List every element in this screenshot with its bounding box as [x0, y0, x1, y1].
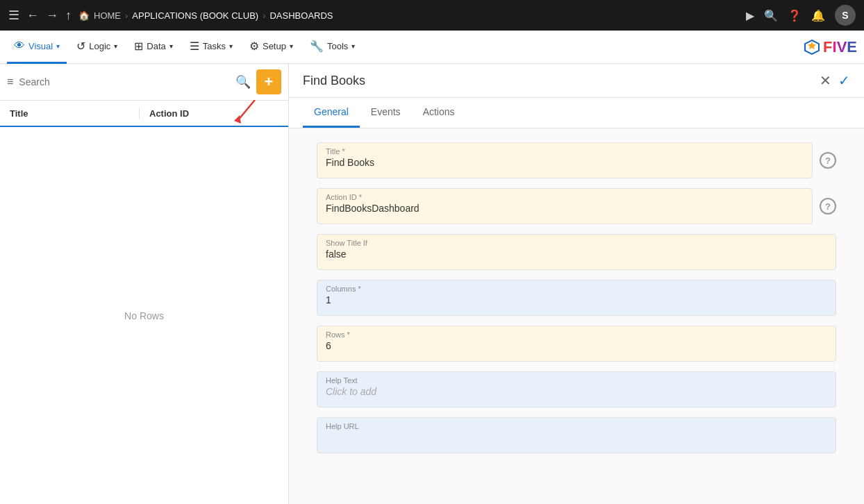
action-id-field-group: Action ID * FindBooksDashboard ?: [317, 188, 836, 224]
tools-icon: 🔧: [310, 40, 324, 53]
setup-icon: ⚙: [249, 40, 259, 53]
search-icon[interactable]: 🔍: [235, 74, 251, 90]
forward-icon[interactable]: →: [46, 8, 58, 23]
svg-marker-3: [234, 115, 241, 124]
action-id-value: FindBooksDashboard: [326, 203, 804, 214]
rows-value: 6: [326, 340, 827, 351]
menu-item-visual[interactable]: 👁 Visual ▾: [7, 31, 67, 64]
menu-label-data: Data: [147, 41, 165, 51]
show-title-if-label: Show Title If: [326, 239, 827, 247]
columns-label: Columns *: [326, 285, 827, 293]
help-text-value: Click to add: [326, 386, 827, 397]
top-nav-left: ☰ ← → ↑ 🏠 HOME › APPLICATIONS (BOOK CLUB…: [8, 8, 739, 23]
home-icon: 🏠: [78, 10, 90, 21]
help-text-field-group: Help Text Click to add: [317, 371, 836, 408]
tools-chevron: ▾: [351, 42, 355, 50]
five-logo: FIVE: [804, 38, 857, 56]
tab-events[interactable]: Events: [360, 98, 412, 128]
title-help-icon[interactable]: ?: [820, 152, 836, 169]
menu-label-tools: Tools: [327, 41, 348, 51]
tab-general[interactable]: General: [303, 98, 360, 128]
rows-label: Rows *: [326, 330, 827, 339]
column-divider: [139, 108, 140, 119]
columns-field-group: Columns * 1: [317, 280, 836, 316]
close-button[interactable]: ✕: [820, 72, 831, 89]
help-text-field[interactable]: Help Text Click to add: [317, 371, 836, 408]
menu-item-setup[interactable]: ⚙ Setup ▾: [242, 31, 300, 64]
action-id-label: Action ID *: [326, 193, 804, 201]
menu-item-tasks[interactable]: ☰ Tasks ▾: [183, 31, 240, 64]
title-field-group: Title * Find Books ?: [317, 142, 836, 178]
breadcrumb: 🏠 HOME › APPLICATIONS (BOOK CLUB) › DASH…: [78, 10, 333, 21]
rows-field-group: Rows * 6: [317, 326, 836, 362]
menu-item-logic[interactable]: ↺ Logic ▾: [69, 31, 124, 64]
svg-line-2: [238, 100, 255, 121]
play-icon[interactable]: ▶: [746, 9, 754, 22]
right-actions: ✕ ✓: [820, 72, 850, 89]
back-icon[interactable]: ←: [26, 8, 39, 23]
help-nav-icon[interactable]: ❓: [788, 9, 801, 22]
confirm-button[interactable]: ✓: [838, 72, 850, 89]
show-title-if-field[interactable]: Show Title If false: [317, 234, 836, 270]
main-content: ≡ 🔍 + Title Action ID No Rows Find Books: [0, 64, 864, 504]
tasks-chevron: ▾: [229, 42, 233, 50]
tab-actions[interactable]: Actions: [412, 98, 466, 128]
columns-field[interactable]: Columns * 1: [317, 280, 836, 316]
breadcrumb-sep-2: ›: [263, 10, 265, 21]
form-content: Title * Find Books ? Action ID * FindBoo…: [289, 128, 864, 504]
top-nav-right: ▶ 🔍 ❓ 🔔 S: [746, 5, 856, 26]
menu-item-data[interactable]: ⊞ Data ▾: [127, 31, 179, 64]
menu-icon[interactable]: ☰: [8, 8, 19, 23]
search-bar: ≡ 🔍 +: [0, 64, 288, 101]
title-field[interactable]: Title * Find Books: [317, 142, 813, 178]
add-button[interactable]: +: [256, 69, 281, 94]
filter-icon[interactable]: ≡: [7, 76, 13, 88]
home-label[interactable]: HOME: [94, 10, 121, 21]
help-text-label: Help Text: [326, 376, 827, 385]
arrow-indicator: [234, 100, 262, 130]
data-icon: ⊞: [134, 40, 143, 53]
tasks-icon: ☰: [190, 40, 199, 53]
menu-label-tasks: Tasks: [203, 41, 226, 51]
five-logo-icon: [804, 39, 820, 56]
menu-label-visual: Visual: [28, 41, 53, 51]
help-url-label: Help URL: [326, 422, 827, 430]
show-title-if-value: false: [326, 249, 827, 260]
visual-chevron: ▾: [56, 42, 60, 50]
action-id-field[interactable]: Action ID * FindBooksDashboard: [317, 188, 813, 224]
visual-icon: 👁: [14, 40, 25, 52]
top-nav: ☰ ← → ↑ 🏠 HOME › APPLICATIONS (BOOK CLUB…: [0, 0, 864, 31]
data-chevron: ▾: [169, 42, 173, 50]
right-panel: Find Books ✕ ✓ General Events Actions Ti…: [289, 64, 864, 504]
up-icon[interactable]: ↑: [65, 8, 72, 23]
tabs-bar: General Events Actions: [289, 98, 864, 128]
user-avatar[interactable]: S: [835, 5, 856, 26]
page-title: Find Books: [303, 74, 820, 88]
breadcrumb-app[interactable]: APPLICATIONS (BOOK CLUB): [132, 10, 258, 21]
menu-bar: 👁 Visual ▾ ↺ Logic ▾ ⊞ Data ▾ ☰ Tasks ▾ …: [0, 31, 864, 64]
action-id-help-icon[interactable]: ?: [820, 198, 836, 215]
logic-chevron: ▾: [114, 42, 117, 50]
table-body: No Rows: [0, 127, 288, 504]
show-title-if-field-group: Show Title If false: [317, 234, 836, 270]
five-logo-text: FIVE: [823, 38, 857, 56]
search-input[interactable]: [19, 76, 230, 87]
menu-item-tools[interactable]: 🔧 Tools ▾: [303, 31, 362, 64]
left-panel: ≡ 🔍 + Title Action ID No Rows: [0, 64, 289, 504]
search-nav-icon[interactable]: 🔍: [764, 9, 778, 22]
no-rows-text: No Rows: [124, 310, 164, 321]
bell-icon[interactable]: 🔔: [811, 9, 825, 22]
breadcrumb-sep-1: ›: [125, 10, 128, 21]
menu-label-logic: Logic: [89, 41, 110, 51]
column-header-title: Title: [10, 108, 139, 119]
title-label: Title *: [326, 147, 804, 156]
menu-label-setup: Setup: [263, 41, 286, 51]
svg-marker-1: [808, 42, 816, 49]
columns-value: 1: [326, 294, 827, 305]
help-url-field[interactable]: Help URL: [317, 417, 836, 453]
help-url-field-group: Help URL: [317, 417, 836, 453]
right-panel-header: Find Books ✕ ✓: [289, 64, 864, 98]
rows-field[interactable]: Rows * 6: [317, 326, 836, 362]
setup-chevron: ▾: [290, 42, 293, 50]
breadcrumb-dashboards[interactable]: DASHBOARDS: [269, 10, 333, 21]
